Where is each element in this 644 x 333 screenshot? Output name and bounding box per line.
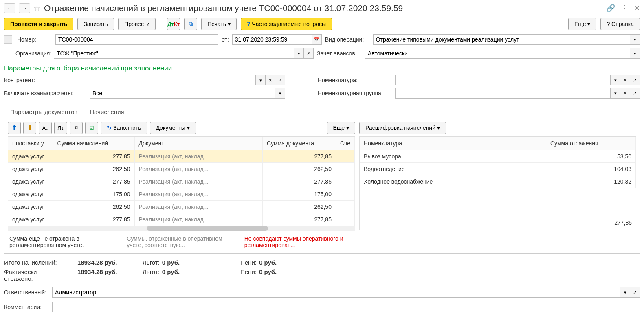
post-button[interactable]: Провести [118, 18, 156, 30]
table-row[interactable]: Водоотведение104,03 [360, 163, 636, 175]
open-icon[interactable]: ↗ [630, 88, 640, 99]
doc-icon [4, 35, 12, 44]
table-row[interactable]: одажа услуг277,85Реализация (акт, наклад… [8, 213, 355, 226]
tab-nachisleniya[interactable]: Начисления [84, 105, 130, 118]
table-row[interactable]: одажа услуг175,00Реализация (акт, наклад… [8, 188, 355, 201]
col-nomen[interactable]: Номенклатура [360, 137, 546, 150]
kebab-icon[interactable]: ⋮ [621, 4, 628, 13]
responsible-label: Ответственный: [4, 289, 49, 296]
table-row[interactable]: одажа услуг277,85Реализация (акт, наклад… [8, 175, 355, 188]
advance-label: Зачет авансов: [317, 50, 362, 57]
settlement-input[interactable] [90, 88, 275, 99]
col-account[interactable]: Сче [336, 137, 354, 150]
open-icon[interactable]: ↗ [275, 75, 285, 85]
more-button[interactable]: Еще ▾ [568, 18, 596, 30]
detail-button[interactable]: Расшифровка начислений ▾ [359, 122, 446, 134]
sort-desc-button[interactable]: Я↓ [54, 122, 67, 134]
chevron-down-icon[interactable]: ▾ [611, 75, 620, 85]
faq-button[interactable]: ? Часто задаваемые вопросы [241, 18, 332, 30]
col-sum[interactable]: Сумма начислений [53, 137, 134, 150]
documents-button[interactable]: Документы ▾ [150, 122, 196, 134]
contractor-input[interactable] [90, 75, 256, 85]
number-label: Номер: [17, 36, 52, 43]
chevron-down-icon[interactable]: ▾ [630, 48, 640, 59]
clear-icon[interactable]: ✕ [620, 75, 630, 85]
check-all-button[interactable]: ☑ [85, 122, 98, 134]
col-reflect-sum[interactable]: Сумма отражения [546, 137, 636, 150]
legend-3: Не совпадают суммы оперативного и реглам… [244, 235, 354, 248]
table-row[interactable]: Холодное водоснабжение120,32 [360, 175, 636, 188]
chevron-down-icon[interactable]: ▾ [275, 88, 285, 99]
col-doc[interactable]: Документ [134, 137, 262, 150]
move-up-button[interactable]: ⬆ [8, 122, 21, 134]
peni-label: Пени: [240, 259, 257, 266]
post-close-button[interactable]: Провести и закрыть [4, 18, 73, 30]
structure-icon[interactable]: ⧉ [184, 18, 197, 30]
clear-icon[interactable]: ✕ [266, 75, 275, 85]
detail-footer-sum: 277,85 [360, 215, 636, 230]
date-label: от: [222, 36, 229, 43]
total-accruals-label: Итого начислений: [4, 259, 61, 266]
left-more-button[interactable]: Еще ▾ [327, 122, 355, 134]
nomen-input[interactable] [395, 75, 611, 85]
table-row[interactable]: Вывоз мусора53,50 [360, 150, 636, 163]
peni-value: 0 руб. [259, 259, 277, 266]
section-title: Параметры для отбора начислений при запо… [4, 60, 640, 75]
total-reflected-label: Фактически отражено: [4, 268, 61, 282]
advance-input[interactable] [365, 48, 630, 59]
nomen-group-input[interactable] [395, 88, 611, 99]
chevron-down-icon[interactable]: ▾ [620, 287, 630, 298]
link-icon[interactable]: 🔗 [606, 4, 615, 13]
chevron-down-icon[interactable]: ▾ [611, 88, 620, 99]
table-row[interactable]: одажа услуг277,85Реализация (акт, наклад… [8, 150, 355, 163]
page-title: Отражение начислений в регламентированно… [44, 3, 603, 13]
chevron-down-icon[interactable]: ▾ [294, 48, 304, 59]
calendar-icon[interactable]: 📅 [312, 34, 322, 45]
col-docsum[interactable]: Сумма документа [262, 137, 336, 150]
lgot-label: Льгот: [143, 259, 160, 266]
nav-forward[interactable]: → [19, 3, 30, 13]
sort-asc-button[interactable]: A↓ [39, 122, 52, 134]
help-button[interactable]: ? Справка [600, 18, 640, 30]
chevron-down-icon[interactable]: ▾ [630, 34, 640, 45]
org-label: Организация: [15, 50, 51, 57]
open-icon[interactable]: ↗ [630, 287, 640, 298]
chevron-down-icon[interactable]: ▾ [256, 75, 266, 85]
nav-back[interactable]: ← [4, 3, 15, 13]
legend-2: Суммы, отраженные в оперативном учете, с… [127, 235, 236, 248]
comment-input[interactable] [52, 302, 640, 312]
close-icon[interactable]: ✕ [634, 4, 640, 13]
legend-1: Сумма еще не отражена в регламентированн… [9, 235, 119, 248]
nomen-group-label: Номенклатурная группа: [318, 90, 391, 96]
contractor-label: Контрагент: [4, 77, 86, 83]
number-input[interactable] [55, 34, 218, 45]
lgot-value: 0 руб. [162, 259, 180, 266]
fill-button[interactable]: ↻ Заполнить [101, 122, 147, 134]
detail-table[interactable]: Номенклатура Сумма отражения Вывоз мусор… [360, 137, 636, 188]
dtct-icon[interactable]: ДтКт [167, 18, 180, 30]
optype-input[interactable] [373, 34, 630, 45]
total-reflected-value: 18934.28 руб. [77, 268, 126, 282]
total-accruals-value: 18934.28 руб. [77, 259, 126, 266]
open-icon[interactable]: ↗ [630, 75, 640, 85]
h-scrollbar[interactable] [8, 226, 355, 231]
open-icon[interactable]: ↗ [304, 48, 314, 59]
nomen-label: Номенклатура: [318, 77, 391, 83]
table-row[interactable]: одажа услуг262,50Реализация (акт, наклад… [8, 201, 355, 213]
optype-label: Вид операции: [325, 36, 370, 43]
copy-button[interactable]: ⧉ [70, 122, 83, 134]
save-button[interactable]: Записать [77, 18, 114, 30]
date-input[interactable] [232, 34, 312, 45]
move-down-button[interactable]: ⬇ [23, 122, 36, 134]
org-input[interactable] [54, 48, 294, 59]
accruals-table[interactable]: г поставки у... Сумма начислений Докумен… [8, 137, 355, 226]
col-delivery[interactable]: г поставки у... [8, 137, 53, 150]
responsible-input[interactable] [52, 287, 620, 298]
star-icon[interactable]: ☆ [33, 3, 41, 13]
comment-label: Комментарий: [4, 304, 49, 310]
clear-icon[interactable]: ✕ [620, 88, 630, 99]
settlement-label: Включать взаиморасчеты: [4, 90, 86, 96]
print-button[interactable]: Печать ▾ [201, 18, 237, 30]
table-row[interactable]: одажа услуг262,50Реализация (акт, наклад… [8, 163, 355, 175]
tab-params[interactable]: Параметры документов [4, 105, 84, 118]
